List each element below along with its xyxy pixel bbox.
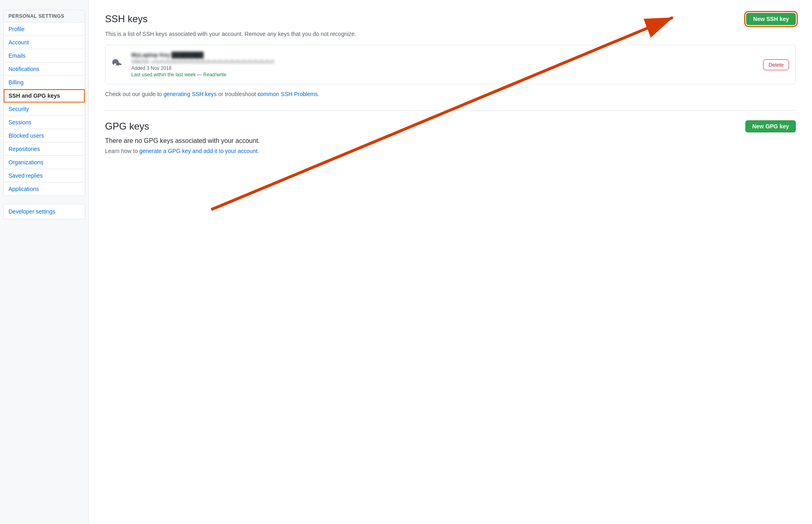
new-ssh-key-button[interactable]: New SSH key: [746, 13, 796, 25]
guide-suffix: .: [318, 91, 320, 97]
sidebar-item-ssh-gpg[interactable]: SSH and GPG keys: [4, 89, 85, 103]
guide-middle: or troubleshoot: [217, 91, 257, 97]
generating-ssh-keys-link[interactable]: generating SSH keys: [164, 91, 217, 97]
sidebar-section-title: Personal settings: [4, 10, 85, 23]
ssh-key-card: MyLaptop Key ████████ SHA256:xXxXxXxXxXx…: [105, 45, 796, 84]
no-gpg-keys-text: There are no GPG keys associated with yo…: [105, 137, 796, 145]
gpg-keys-section: GPG keys New GPG key There are no GPG ke…: [105, 120, 796, 154]
developer-settings-link[interactable]: Developer settings: [4, 204, 85, 219]
guide-text: Check out our guide to generating SSH ke…: [105, 91, 796, 97]
common-ssh-problems-link[interactable]: common SSH Problems: [257, 91, 318, 97]
status-separator: —: [197, 72, 203, 78]
sidebar-item-emails[interactable]: Emails: [4, 49, 85, 63]
access-level: Read/write: [203, 72, 226, 78]
key-status: Last used within the last week — Read/wr…: [131, 72, 757, 78]
sidebar-item-profile[interactable]: Profile: [4, 23, 85, 36]
ssh-description: This is a list of SSH keys associated wi…: [105, 30, 796, 38]
sidebar-item-account[interactable]: Account: [4, 36, 85, 49]
ssh-keys-section: SSH keys New SSH key This is a list of S…: [105, 13, 796, 97]
section-divider: [105, 110, 796, 111]
learn-gpg-text: Learn how to generate a GPG key and add …: [105, 148, 796, 154]
guide-prefix: Check out our guide to: [105, 91, 164, 97]
delete-key-button[interactable]: Delete: [763, 59, 789, 70]
sidebar: Personal settings Profile Account Emails…: [0, 0, 89, 524]
learn-suffix: .: [257, 148, 259, 154]
sidebar-item-notifications[interactable]: Notifications: [4, 63, 85, 76]
gpg-section-header: GPG keys New GPG key: [105, 120, 796, 132]
key-name: MyLaptop Key ████████: [131, 52, 757, 58]
sidebar-item-saved-replies[interactable]: Saved replies: [4, 169, 85, 182]
sidebar-item-repositories[interactable]: Repositories: [4, 143, 85, 156]
developer-settings-box: Developer settings: [3, 204, 85, 219]
learn-prefix: Learn how to: [105, 148, 139, 154]
key-info: MyLaptop Key ████████ SHA256:xXxXxXxXxXx…: [131, 52, 757, 78]
sidebar-item-sessions[interactable]: Sessions: [4, 116, 85, 129]
generate-gpg-link[interactable]: generate a GPG key and add it to your ac…: [139, 148, 258, 154]
main-content: SSH keys New SSH key This is a list of S…: [89, 0, 812, 524]
ssh-section-title: SSH keys: [105, 13, 147, 25]
sidebar-item-blocked[interactable]: Blocked users: [4, 129, 85, 143]
personal-settings-section: Personal settings Profile Account Emails…: [3, 10, 85, 196]
key-fingerprint: SHA256:xXxXxXxXxXxXxXxXxXxXxXxXxXxXxXxXx…: [131, 59, 757, 65]
sidebar-item-security[interactable]: Security: [4, 103, 85, 116]
key-date: Added 3 Nov 2018: [131, 65, 757, 71]
sidebar-item-organizations[interactable]: Organizations: [4, 156, 85, 169]
new-gpg-key-button[interactable]: New GPG key: [745, 120, 796, 132]
ssh-section-header: SSH keys New SSH key: [105, 13, 796, 25]
sidebar-item-billing[interactable]: Billing: [4, 76, 85, 89]
last-used-text: Last used within the last week: [131, 72, 196, 78]
sidebar-item-applications[interactable]: Applications: [4, 182, 85, 195]
key-icon: [112, 57, 125, 73]
gpg-section-title: GPG keys: [105, 121, 149, 132]
